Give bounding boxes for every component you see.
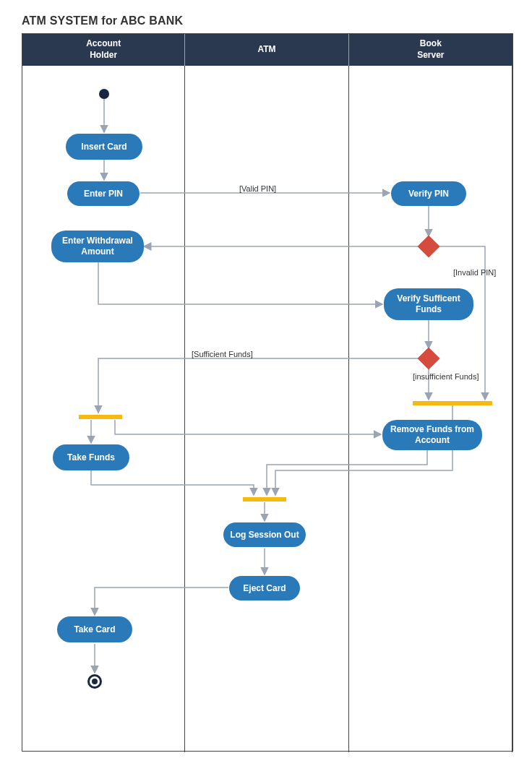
guard-valid-pin: [Valid PIN] — [239, 184, 276, 193]
activity-take-card: Take Card — [57, 616, 132, 642]
diagram-frame: AccountHolder ATM BookServer — [22, 33, 513, 752]
activity-verify-pin: Verify PIN — [391, 181, 466, 206]
swimlane-body: Insert Card Enter PIN Enter WithdrawalAm… — [22, 66, 512, 752]
join-bar-2 — [243, 497, 286, 502]
lane-account-holder — [22, 66, 185, 752]
guard-sufficient: [Sufficient Funds] — [192, 350, 253, 358]
lane-header-atm: ATM — [185, 34, 348, 66]
diagram-title: ATM SYSTEM for ABC BANK — [22, 14, 513, 27]
activity-log-session-out: Log Session Out — [223, 522, 306, 547]
activity-eject-card: Eject Card — [229, 576, 300, 601]
activity-take-funds: Take Funds — [53, 444, 129, 470]
lane-book-server — [349, 66, 512, 752]
lane-header-account-holder: AccountHolder — [22, 34, 185, 66]
guard-insufficient: [insufficient Funds] — [413, 372, 479, 381]
lane-atm — [185, 66, 348, 752]
guard-invalid-pin: [Invalid PIN] — [453, 268, 496, 277]
activity-verify-funds: Verify SufficentFunds — [384, 288, 473, 320]
activity-remove-funds: Remove Funds fromAccount — [382, 420, 482, 450]
activity-insert-card: Insert Card — [66, 134, 142, 160]
fork-bar-1 — [79, 415, 122, 419]
activity-enter-pin: Enter PIN — [67, 181, 140, 206]
final-node — [87, 674, 102, 689]
activity-enter-withdrawal: Enter WithdrawalAmount — [51, 231, 144, 262]
initial-node — [99, 89, 109, 99]
swimlane-header: AccountHolder ATM BookServer — [22, 34, 512, 66]
lane-header-book-server: BookServer — [349, 34, 512, 66]
merge-bar-3 — [413, 401, 492, 405]
